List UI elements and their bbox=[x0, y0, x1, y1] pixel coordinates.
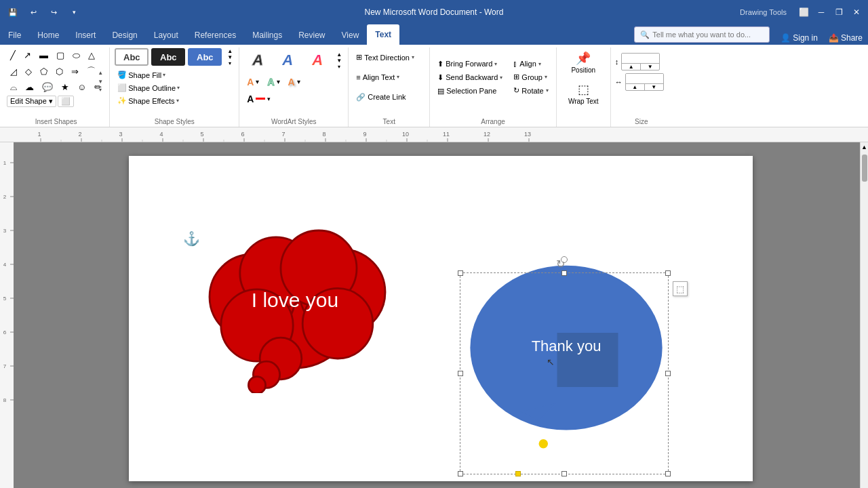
shape-line-btn[interactable]: ╱ bbox=[7, 48, 19, 62]
position-button[interactable]: 📌 Position bbox=[566, 47, 600, 77]
width-down-button[interactable]: ▼ bbox=[644, 84, 663, 90]
selection-pane-button[interactable]: ▤ Selection Pane bbox=[434, 85, 506, 98]
align-dropdown[interactable]: ▾ bbox=[538, 61, 541, 67]
share-button[interactable]: 📤 Share bbox=[823, 31, 868, 45]
shape-scroll-down[interactable]: ▼ bbox=[98, 78, 103, 87]
wordart-scroll-expand[interactable]: ▾ bbox=[338, 64, 340, 70]
handle-adjust[interactable] bbox=[515, 471, 521, 476]
sign-in-button[interactable]: 👤 Sign in bbox=[775, 31, 823, 45]
height-up-button[interactable]: ▲ bbox=[622, 64, 640, 70]
shape-scroll[interactable]: ▲ ▼ ▾ bbox=[96, 47, 105, 117]
shape-height-input[interactable]: 1.97" bbox=[622, 54, 659, 63]
rotate-dropdown[interactable]: ▾ bbox=[546, 87, 549, 94]
shape-scroll-up[interactable]: ▲ bbox=[98, 69, 103, 78]
align-text-dropdown[interactable]: ▾ bbox=[397, 74, 399, 80]
text-fill-button[interactable]: A ▾ bbox=[243, 75, 262, 89]
font-color-dropdown[interactable]: ▾ bbox=[267, 96, 271, 102]
text-direction-dropdown[interactable]: ▾ bbox=[412, 54, 414, 60]
style-scroll-expand[interactable]: ▾ bbox=[229, 60, 231, 66]
tab-file[interactable]: File bbox=[0, 26, 29, 45]
bring-forward-button[interactable]: ⬆ Bring Forward ▾ bbox=[434, 58, 506, 70]
shape-style-3-selected[interactable]: Abc bbox=[188, 48, 222, 66]
shape-fill-button[interactable]: 🪣 Shape Fill ▾ bbox=[114, 68, 169, 81]
style-scroll-down[interactable]: ▼ bbox=[227, 54, 233, 60]
rotate-button[interactable]: ↻ Rotate ▾ bbox=[510, 84, 551, 97]
wrap-text-button[interactable]: ⬚ Wrap Text bbox=[564, 79, 604, 108]
close-button[interactable]: ✕ bbox=[850, 6, 863, 18]
shape-rt-triangle-btn[interactable]: ◿ bbox=[7, 64, 20, 79]
text-effects-button[interactable]: A ▾ bbox=[285, 75, 304, 89]
shape-width-input[interactable]: 2.39" bbox=[626, 74, 663, 83]
wordart-scroll-up[interactable]: ▲ bbox=[336, 52, 342, 58]
shape-rounded-btn[interactable]: ▢ bbox=[53, 48, 68, 62]
align-text-button[interactable]: ≡ Align Text ▾ bbox=[353, 71, 403, 83]
tab-layout[interactable]: Layout bbox=[146, 26, 186, 45]
shape-callout-btn[interactable]: 💬 bbox=[39, 80, 56, 94]
svg-text:1: 1 bbox=[3, 160, 7, 166]
text-outline-button[interactable]: A ▾ bbox=[264, 75, 283, 89]
shape-rect-btn[interactable]: ▬ bbox=[36, 48, 52, 62]
text-direction-button[interactable]: ⊞ Text Direction ▾ bbox=[353, 51, 418, 64]
ribbon-expand-button[interactable]: ⬜ bbox=[797, 6, 810, 18]
bring-forward-dropdown[interactable]: ▾ bbox=[494, 61, 497, 67]
handle-bm[interactable] bbox=[561, 471, 567, 476]
tab-insert[interactable]: Insert bbox=[67, 26, 104, 45]
quick-access-dropdown[interactable]: ▾ bbox=[66, 5, 81, 20]
width-up-button[interactable]: ▲ bbox=[626, 84, 644, 90]
shape-effects-button[interactable]: ✨ Shape Effects ▾ bbox=[114, 94, 182, 107]
edit-shape-btn[interactable]: Edit Shape ▾ bbox=[7, 96, 56, 107]
shape-outline-dropdown[interactable]: ▾ bbox=[177, 85, 180, 91]
group-button[interactable]: ⊞ Group ▾ bbox=[510, 70, 551, 83]
tab-view[interactable]: View bbox=[334, 26, 368, 45]
redo-button[interactable]: ↪ bbox=[46, 5, 61, 20]
style-scroll-up[interactable]: ▲ bbox=[227, 48, 233, 54]
tab-format[interactable]: Text bbox=[367, 24, 399, 45]
create-link-button[interactable]: 🔗 Create Link bbox=[353, 91, 409, 104]
tab-review[interactable]: Review bbox=[290, 26, 333, 45]
shape-hexagon-btn[interactable]: ⬡ bbox=[52, 64, 66, 79]
shape-star-btn[interactable]: ★ bbox=[58, 80, 73, 94]
align-button[interactable]: ⫿ Align ▾ bbox=[510, 58, 551, 70]
shape-freeform-btn[interactable]: ⌓ bbox=[7, 80, 20, 95]
shape-scroll-more[interactable]: ▾ bbox=[99, 86, 102, 95]
bubble-shape[interactable]: Thank you bbox=[461, 261, 671, 464]
shape-effects-dropdown[interactable]: ▾ bbox=[176, 98, 179, 104]
scroll-up-button[interactable]: ▲ bbox=[860, 142, 868, 152]
group-dropdown[interactable]: ▾ bbox=[545, 74, 547, 80]
search-input[interactable] bbox=[652, 30, 761, 39]
send-backward-dropdown[interactable]: ▾ bbox=[500, 75, 502, 81]
shape-circle-btn[interactable]: ⬭ bbox=[69, 48, 83, 63]
wordart-style-2[interactable]: A bbox=[273, 47, 302, 73]
font-color-button[interactable]: A ▾ bbox=[243, 92, 274, 106]
wordart-style-1[interactable]: A bbox=[243, 47, 272, 73]
vertical-scrollbar[interactable]: ▲ ▼ bbox=[860, 142, 868, 488]
scroll-thumb[interactable] bbox=[862, 155, 867, 182]
handle-br[interactable] bbox=[665, 471, 671, 476]
save-button[interactable]: 💾 bbox=[5, 5, 20, 20]
layout-options-icon[interactable]: ⬚ bbox=[673, 281, 688, 296]
shape-arrow-btn[interactable]: ↗ bbox=[20, 48, 35, 62]
shape-cloud-btn[interactable]: ☁ bbox=[22, 80, 37, 94]
tab-mailings[interactable]: Mailings bbox=[244, 26, 290, 45]
tab-home[interactable]: Home bbox=[29, 26, 67, 45]
undo-button[interactable]: ↩ bbox=[26, 5, 41, 20]
shape-text-box-btn[interactable]: ⬜ bbox=[58, 96, 74, 107]
cloud-shape[interactable]: I love you bbox=[200, 210, 390, 393]
tab-references[interactable]: References bbox=[186, 26, 244, 45]
shape-style-2[interactable]: Abc bbox=[151, 48, 185, 66]
wordart-scroll-down[interactable]: ▼ bbox=[336, 58, 342, 64]
shape-smiley-btn[interactable]: ☺ bbox=[74, 80, 90, 94]
shape-outline-button[interactable]: ⬜ Shape Outline ▾ bbox=[114, 81, 183, 94]
wordart-style-3[interactable]: A bbox=[303, 47, 332, 73]
restore-button[interactable]: ❐ bbox=[833, 6, 845, 18]
height-down-button[interactable]: ▼ bbox=[640, 64, 659, 70]
shape-fill-dropdown[interactable]: ▾ bbox=[163, 72, 165, 78]
minimize-button[interactable]: ─ bbox=[815, 6, 827, 18]
handle-bl[interactable] bbox=[458, 471, 463, 476]
tab-design[interactable]: Design bbox=[104, 26, 145, 45]
shape-arrow-right-btn[interactable]: ⇒ bbox=[68, 64, 82, 79]
shape-style-1[interactable]: Abc bbox=[115, 48, 149, 66]
shape-diamond-btn[interactable]: ◇ bbox=[22, 64, 35, 79]
shape-pentagon-btn[interactable]: ⬠ bbox=[37, 64, 51, 79]
send-backward-button[interactable]: ⬇ Send Backward ▾ bbox=[434, 71, 506, 84]
